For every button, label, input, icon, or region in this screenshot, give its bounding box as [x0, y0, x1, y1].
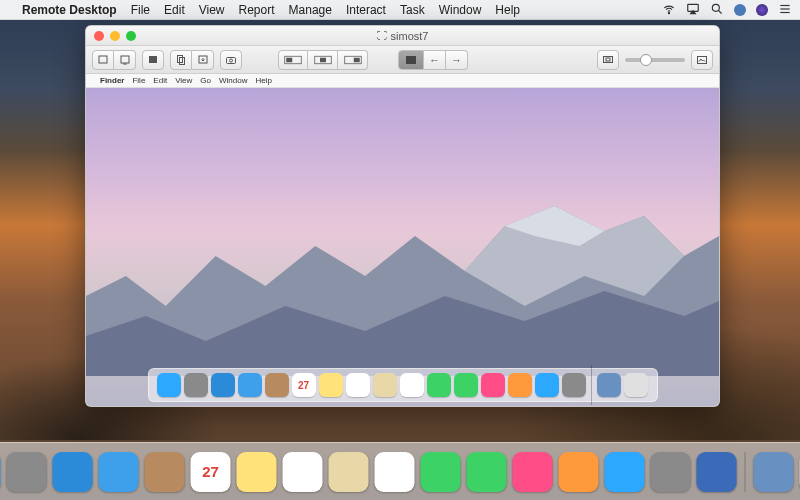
dock-messages-icon[interactable] [421, 452, 461, 492]
window-toolbar: ← → [86, 46, 719, 74]
screenshot-button[interactable] [220, 50, 242, 70]
svg-rect-5 [780, 11, 789, 12]
spotlight-search-icon[interactable] [710, 2, 724, 18]
user-icon[interactable] [734, 4, 746, 16]
install-button[interactable] [192, 50, 214, 70]
notification-center-icon[interactable] [778, 2, 792, 18]
actual-size-button[interactable] [338, 50, 368, 70]
menu-interact[interactable]: Interact [346, 3, 386, 17]
quality-button[interactable] [691, 50, 713, 70]
svg-rect-12 [227, 57, 236, 63]
dock-messages-icon[interactable] [427, 373, 451, 397]
minimize-button[interactable] [110, 31, 120, 41]
remote-menu-go[interactable]: Go [200, 76, 211, 85]
menu-report[interactable]: Report [239, 3, 275, 17]
dock-reminders-icon[interactable] [346, 373, 370, 397]
dock-preferences-icon[interactable] [651, 452, 691, 492]
dock-preferences-icon[interactable] [562, 373, 586, 397]
menu-task[interactable]: Task [400, 3, 425, 17]
dock-maps-icon[interactable] [329, 452, 369, 492]
remote-menu-view[interactable]: View [175, 76, 192, 85]
control-button[interactable] [92, 50, 114, 70]
dock-maps-icon[interactable] [373, 373, 397, 397]
svg-rect-19 [353, 57, 359, 62]
copy-button[interactable] [170, 50, 192, 70]
menu-manage[interactable]: Manage [289, 3, 332, 17]
dock-mail-icon[interactable] [99, 452, 139, 492]
curtain-button[interactable] [142, 50, 164, 70]
dock-facetime-icon[interactable] [454, 373, 478, 397]
remote-menu-window[interactable]: Window [219, 76, 247, 85]
dock-ibooks-icon[interactable] [508, 373, 532, 397]
svg-rect-22 [606, 58, 610, 61]
siri-icon[interactable] [756, 4, 768, 16]
dock-safari-icon[interactable] [53, 452, 93, 492]
dock-safari-icon[interactable] [211, 373, 235, 397]
dock-separator [745, 452, 746, 492]
forward-button[interactable]: → [446, 50, 468, 70]
menu-window[interactable]: Window [439, 3, 482, 17]
remote-screen[interactable]: Finder File Edit View Go Window Help 27 [86, 74, 719, 406]
svg-rect-6 [99, 56, 107, 63]
svg-rect-17 [320, 57, 326, 62]
clipboard-button[interactable] [597, 50, 619, 70]
menu-view[interactable]: View [199, 3, 225, 17]
zoom-slider[interactable] [625, 58, 685, 62]
dock-calendar-icon[interactable]: 27 [292, 373, 316, 397]
close-button[interactable] [94, 31, 104, 41]
dock-appstore-icon[interactable] [535, 373, 559, 397]
dock-downloads-icon[interactable] [597, 373, 621, 397]
dock-launchpad-icon[interactable] [184, 373, 208, 397]
dock-photos-icon[interactable] [400, 373, 424, 397]
wifi-icon[interactable] [662, 2, 676, 18]
dock-notes-icon[interactable] [237, 452, 277, 492]
svg-rect-4 [780, 8, 789, 9]
remote-menubar: Finder File Edit View Go Window Help [86, 74, 719, 88]
svg-rect-7 [121, 56, 129, 63]
svg-point-0 [668, 12, 669, 13]
menu-file[interactable]: File [131, 3, 150, 17]
menu-edit[interactable]: Edit [164, 3, 185, 17]
dock-reminders-icon[interactable] [283, 452, 323, 492]
svg-point-13 [230, 59, 233, 62]
window-title: simost7 [391, 30, 429, 42]
dock-facetime-icon[interactable] [467, 452, 507, 492]
remote-desktop-window: ⛶ simost7 ← → [85, 25, 720, 407]
dock-finder-icon[interactable] [0, 452, 1, 492]
fullscreen-toggle-button[interactable] [398, 50, 424, 70]
svg-rect-8 [149, 56, 157, 63]
dock-ibooks-icon[interactable] [559, 452, 599, 492]
dock-remote-desktop-icon[interactable] [697, 452, 737, 492]
svg-rect-3 [780, 4, 789, 5]
dock-separator [591, 365, 592, 405]
observe-button[interactable] [114, 50, 136, 70]
airplay-icon[interactable] [686, 2, 700, 18]
back-button[interactable]: ← [424, 50, 446, 70]
remote-menu-finder[interactable]: Finder [100, 76, 124, 85]
dock-itunes-icon[interactable] [481, 373, 505, 397]
remote-menu-file[interactable]: File [132, 76, 145, 85]
menubar-app-name[interactable]: Remote Desktop [22, 3, 117, 17]
dock-contacts-icon[interactable] [265, 373, 289, 397]
remote-menu-edit[interactable]: Edit [153, 76, 167, 85]
dock-calendar-icon[interactable]: 27 [191, 452, 231, 492]
window-titlebar[interactable]: ⛶ simost7 [86, 26, 719, 46]
dock-appstore-icon[interactable] [605, 452, 645, 492]
dock-trash-icon[interactable] [624, 373, 648, 397]
fit-window-button[interactable] [278, 50, 308, 70]
fit-screen-button[interactable] [308, 50, 338, 70]
remote-dock: 27 [148, 368, 658, 402]
remote-wallpaper-mountains [86, 176, 719, 376]
dock-downloads-icon[interactable] [754, 452, 794, 492]
dock-launchpad-icon[interactable] [7, 452, 47, 492]
dock-mail-icon[interactable] [238, 373, 262, 397]
dock-itunes-icon[interactable] [513, 452, 553, 492]
menu-help[interactable]: Help [495, 3, 520, 17]
dock-notes-icon[interactable] [319, 373, 343, 397]
zoom-button[interactable] [126, 31, 136, 41]
svg-rect-20 [406, 56, 416, 64]
remote-menu-help[interactable]: Help [255, 76, 271, 85]
dock-photos-icon[interactable] [375, 452, 415, 492]
dock-contacts-icon[interactable] [145, 452, 185, 492]
dock-finder-icon[interactable] [157, 373, 181, 397]
